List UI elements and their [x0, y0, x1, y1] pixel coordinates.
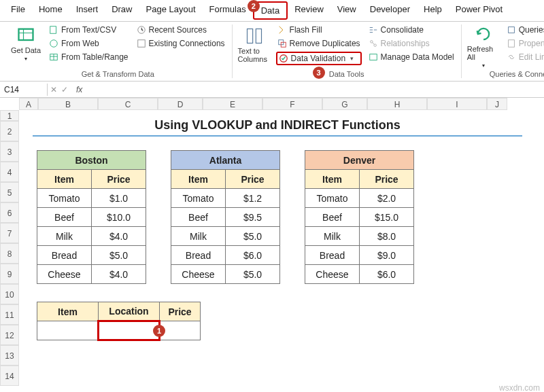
enter-icon[interactable]: ✓ [61, 85, 68, 94]
table-cell[interactable]: Beef [37, 208, 92, 227]
table-cell[interactable]: $9.0 [360, 246, 414, 265]
col-header-D[interactable]: D [158, 98, 203, 110]
menu-tab-draw[interactable]: Draw [105, 1, 139, 20]
col-header-C[interactable]: C [98, 98, 158, 110]
row-header-7[interactable]: 7 [0, 223, 19, 243]
menu-tab-review[interactable]: Review [288, 1, 330, 20]
col-header-F[interactable]: F [262, 98, 322, 110]
col-header-H[interactable]: H [367, 98, 427, 110]
table-cell[interactable]: $15.0 [360, 208, 414, 227]
table-cell[interactable]: Tomato [37, 189, 92, 208]
table-cell[interactable]: Cheese [37, 265, 92, 284]
menu-tab-page-layout[interactable]: Page Layout [139, 1, 203, 20]
table-cell[interactable]: Bread [305, 246, 360, 265]
recent-sources-button[interactable]: Recent Sources [135, 24, 226, 35]
table-cell[interactable]: $4.0 [92, 227, 146, 246]
svg-rect-13 [369, 54, 377, 60]
get-data-button[interactable]: Get Data▾ [10, 24, 42, 63]
row-header-11[interactable]: 11 [0, 304, 19, 325]
table-cell[interactable]: $1.2 [226, 189, 280, 208]
table-city-header: Denver [305, 151, 414, 170]
menu-tab-file[interactable]: File [4, 1, 32, 20]
row-header-2[interactable]: 2 [0, 121, 19, 141]
row-header-13[interactable]: 13 [0, 345, 19, 366]
lookup-cell-price[interactable] [160, 321, 201, 340]
row-header-1[interactable]: 1 [0, 110, 19, 121]
row-header-4[interactable]: 4 [0, 162, 19, 182]
existing-connections-button[interactable]: Existing Connections [135, 38, 226, 49]
table-cell[interactable]: $4.0 [92, 265, 146, 284]
menu-tab-power-pivot[interactable]: Power Pivot [449, 1, 509, 20]
menu-tab-home[interactable]: Home [32, 1, 69, 20]
from-web-button[interactable]: From Web [48, 38, 130, 49]
refresh-all-button[interactable]: Refresh All▾ [467, 24, 500, 69]
table-cell[interactable]: $10.0 [92, 208, 146, 227]
data-validation-button[interactable]: Data Validation ▾ 3 [276, 52, 362, 65]
table-cell[interactable]: Beef [171, 208, 226, 227]
name-box[interactable]: C14 [0, 84, 48, 96]
row-header-5[interactable]: 5 [0, 182, 19, 202]
table-cell[interactable]: Milk [305, 227, 360, 246]
worksheet[interactable]: ABCDEFGHIJ 1234567891011121314 Using VLO… [0, 98, 544, 392]
col-header-J[interactable]: J [487, 98, 507, 110]
table-cell[interactable]: Bread [171, 246, 226, 265]
menu-tab-data[interactable]: Data2 [253, 1, 288, 20]
edit-links-button[interactable]: Edit Links [505, 52, 544, 63]
row-headers[interactable]: 1234567891011121314 [0, 110, 19, 386]
relationships-button[interactable]: Relationships [367, 38, 456, 49]
col-header-G[interactable]: G [322, 98, 367, 110]
row-header-12[interactable]: 12 [0, 325, 19, 345]
cancel-icon[interactable]: ✕ [50, 85, 57, 94]
data-validation-dropdown-icon[interactable]: ▾ [348, 55, 355, 62]
row-header-10[interactable]: 10 [0, 284, 19, 304]
row-header-8[interactable]: 8 [0, 243, 19, 264]
table-cell[interactable]: Tomato [305, 189, 360, 208]
lookup-cell-location[interactable]: 1 [99, 321, 160, 340]
col-header-E[interactable]: E [203, 98, 262, 110]
table-cell[interactable]: $5.0 [92, 246, 146, 265]
table-cell[interactable]: $2.0 [360, 189, 414, 208]
flash-fill-button[interactable]: Flash Fill [276, 24, 362, 35]
row-header-14[interactable]: 14 [0, 366, 19, 386]
menu-tab-formulas[interactable]: Formulas [203, 1, 253, 20]
queries-connections-button[interactable]: Queries & Connect [505, 24, 544, 35]
table-row: Tomato$1.2 [171, 189, 280, 208]
menu-tab-help[interactable]: Help [417, 1, 449, 20]
page-title: Using VLOOKUP and INDIRECT Functions [33, 118, 522, 137]
table-row: Milk$5.0 [171, 227, 280, 246]
table-cell[interactable]: $6.0 [360, 265, 414, 284]
table-cell[interactable]: $1.0 [92, 189, 146, 208]
table-cell[interactable]: $6.0 [226, 246, 280, 265]
table-cell[interactable]: $5.0 [226, 265, 280, 284]
table-cell[interactable]: Tomato [171, 189, 226, 208]
row-header-3[interactable]: 3 [0, 141, 19, 162]
table-cell[interactable]: Beef [305, 208, 360, 227]
row-header-9[interactable]: 9 [0, 264, 19, 284]
table-cell[interactable]: Milk [37, 227, 92, 246]
table-cell[interactable]: $5.0 [226, 227, 280, 246]
menu-tab-insert[interactable]: Insert [69, 1, 105, 20]
properties-button[interactable]: Properties [505, 38, 544, 49]
lookup-cell-item[interactable] [37, 321, 99, 340]
col-header-I[interactable]: I [427, 98, 487, 110]
table-cell[interactable]: Milk [171, 227, 226, 246]
from-text-csv-button[interactable]: From Text/CSV [48, 24, 130, 35]
get-data-label: Get Data [11, 46, 41, 54]
table-cell[interactable]: Bread [37, 246, 92, 265]
consolidate-button[interactable]: Consolidate [367, 24, 456, 35]
manage-data-model-button[interactable]: Manage Data Model [367, 52, 456, 63]
remove-duplicates-button[interactable]: Remove Duplicates [276, 38, 362, 49]
table-cell[interactable]: $8.0 [360, 227, 414, 246]
menu-tab-developer[interactable]: Developer [363, 1, 417, 20]
table-cell[interactable]: Cheese [171, 265, 226, 284]
menu-tab-view[interactable]: View [330, 1, 363, 20]
col-header-A[interactable]: A [19, 98, 38, 110]
row-header-6[interactable]: 6 [0, 202, 19, 223]
col-header-B[interactable]: B [38, 98, 98, 110]
column-headers[interactable]: ABCDEFGHIJ [19, 98, 544, 110]
from-table-range-button[interactable]: From Table/Range [48, 52, 130, 63]
fx-label[interactable]: fx [71, 85, 88, 94]
table-cell[interactable]: $9.5 [226, 208, 280, 227]
text-to-columns-button[interactable]: Text to Columns [238, 24, 271, 65]
table-cell[interactable]: Cheese [305, 265, 360, 284]
